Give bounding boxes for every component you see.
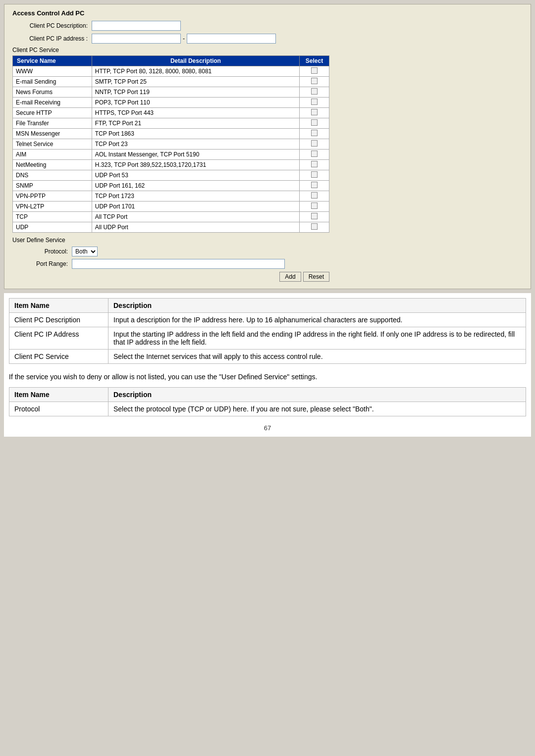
service-select-cell[interactable] (300, 202, 329, 212)
client-pc-service-label: Client PC Service (12, 47, 523, 53)
add-button[interactable]: Add (279, 272, 301, 282)
service-detail-cell: UDP Port 161, 162 (92, 181, 299, 191)
reset-button[interactable]: Reset (303, 272, 329, 282)
service-checkbox[interactable] (311, 109, 318, 115)
service-detail-cell: All TCP Port (92, 212, 299, 222)
panel-title: Access Control Add PC (12, 9, 523, 17)
service-name-cell: WWW (13, 66, 92, 77)
info-item-name: Protocol (9, 402, 108, 416)
service-select-cell[interactable] (300, 108, 329, 118)
protocol-label: Protocol: (32, 248, 72, 255)
ip-dash: - (183, 35, 185, 42)
service-detail-cell: UDP Port 53 (92, 170, 299, 181)
info-item-desc: Select the Internet services that will a… (108, 350, 526, 364)
info-item-desc: Select the protocol type (TCP or UDP) he… (108, 402, 526, 416)
service-select-cell[interactable] (300, 191, 329, 202)
service-select-cell[interactable] (300, 66, 329, 77)
service-checkbox[interactable] (311, 192, 318, 199)
service-select-cell[interactable] (300, 181, 329, 191)
service-detail-cell: NNTP, TCP Port 119 (92, 87, 299, 98)
service-name-cell: Secure HTTP (13, 108, 92, 118)
service-detail-cell: All UDP Port (92, 222, 299, 233)
client-pc-ip-label: Client PC IP address : (12, 35, 92, 42)
service-checkbox[interactable] (311, 171, 318, 178)
service-checkbox[interactable] (311, 161, 318, 167)
service-name-cell: AIM (13, 150, 92, 160)
service-select-cell[interactable] (300, 118, 329, 129)
top-panel: Access Control Add PC Client PC Descript… (4, 4, 531, 289)
service-table-row: AIM AOL Instant Messenger, TCP Port 5190 (13, 150, 329, 160)
service-select-cell[interactable] (300, 222, 329, 233)
service-select-cell[interactable] (300, 98, 329, 108)
service-checkbox[interactable] (311, 202, 318, 209)
service-select-cell[interactable] (300, 77, 329, 87)
info-table1-row: Client PC Description Input a descriptio… (9, 313, 526, 327)
service-checkbox[interactable] (311, 223, 318, 230)
service-table-row: MSN Messenger TCP Port 1863 (13, 129, 329, 139)
service-name-cell: SNMP (13, 181, 92, 191)
info-table-1: Item Name Description Client PC Descript… (9, 298, 526, 364)
service-detail-cell: TCP Port 23 (92, 139, 299, 150)
client-pc-description-label: Client PC Description: (12, 22, 92, 29)
service-detail-cell: FTP, TCP Port 21 (92, 118, 299, 129)
service-select-cell[interactable] (300, 170, 329, 181)
port-range-label: Port Range: (32, 260, 72, 267)
service-name-cell: MSN Messenger (13, 129, 92, 139)
service-name-cell: News Forums (13, 87, 92, 98)
service-table-row: E-mail Sending SMTP, TCP Port 25 (13, 77, 329, 87)
service-checkbox[interactable] (311, 88, 318, 95)
service-checkbox[interactable] (311, 78, 318, 84)
bottom-section: Item Name Description Client PC Descript… (4, 293, 531, 437)
service-checkbox[interactable] (311, 130, 318, 136)
info-item-desc: Input a description for the IP address h… (108, 313, 526, 327)
user-defined-paragraph: If the service you wish to deny or allow… (9, 372, 526, 382)
service-table: Service Name Detail Description Select W… (12, 55, 329, 233)
service-select-cell[interactable] (300, 150, 329, 160)
info-table2-row: Protocol Select the protocol type (TCP o… (9, 402, 526, 416)
service-table-row: NetMeeting H.323, TCP Port 389,522,1503,… (13, 160, 329, 170)
service-name-cell: Telnet Service (13, 139, 92, 150)
protocol-row: Protocol: TCP UDP Both (32, 247, 523, 256)
client-pc-description-input[interactable] (92, 21, 181, 31)
service-checkbox[interactable] (311, 140, 318, 147)
info-table-2: Item Name Description Protocol Select th… (9, 387, 526, 416)
info-table2-header-item: Item Name (9, 388, 108, 402)
port-range-row: Port Range: (32, 259, 523, 269)
client-pc-ip-end-input[interactable] (187, 34, 276, 44)
service-select-cell[interactable] (300, 87, 329, 98)
client-pc-ip-start-input[interactable] (92, 34, 181, 44)
service-checkbox[interactable] (311, 67, 318, 74)
client-pc-ip-row: Client PC IP address : - (12, 34, 523, 44)
service-table-row: WWW HTTP, TCP Port 80, 3128, 8000, 8080,… (13, 66, 329, 77)
service-select-cell[interactable] (300, 139, 329, 150)
service-checkbox[interactable] (311, 213, 318, 219)
service-name-cell: VPN-L2TP (13, 202, 92, 212)
service-name-cell: E-mail Receiving (13, 98, 92, 108)
service-detail-cell: UDP Port 1701 (92, 202, 299, 212)
service-table-row: E-mail Receiving POP3, TCP Port 110 (13, 98, 329, 108)
service-checkbox[interactable] (311, 99, 318, 105)
service-name-cell: E-mail Sending (13, 77, 92, 87)
service-select-cell[interactable] (300, 212, 329, 222)
service-table-row: UDP All UDP Port (13, 222, 329, 233)
page-number: 67 (9, 424, 526, 432)
info-table1-header-desc: Description (108, 299, 526, 313)
service-detail-cell: HTTPS, TCP Port 443 (92, 108, 299, 118)
service-checkbox[interactable] (311, 119, 318, 126)
service-table-row: TCP All TCP Port (13, 212, 329, 222)
service-table-row: News Forums NNTP, TCP Port 119 (13, 87, 329, 98)
service-detail-cell: TCP Port 1723 (92, 191, 299, 202)
client-pc-description-row: Client PC Description: (12, 21, 523, 31)
service-name-cell: VPN-PPTP (13, 191, 92, 202)
service-name-cell: UDP (13, 222, 92, 233)
service-select-cell[interactable] (300, 129, 329, 139)
service-checkbox[interactable] (311, 182, 318, 188)
port-range-input[interactable] (72, 259, 285, 269)
service-name-cell: NetMeeting (13, 160, 92, 170)
info-table2-header-desc: Description (108, 388, 526, 402)
service-table-row: Secure HTTP HTTPS, TCP Port 443 (13, 108, 329, 118)
protocol-select[interactable]: TCP UDP Both (72, 247, 98, 256)
service-checkbox[interactable] (311, 151, 318, 157)
user-define-title: User Define Service (12, 237, 523, 244)
service-select-cell[interactable] (300, 160, 329, 170)
